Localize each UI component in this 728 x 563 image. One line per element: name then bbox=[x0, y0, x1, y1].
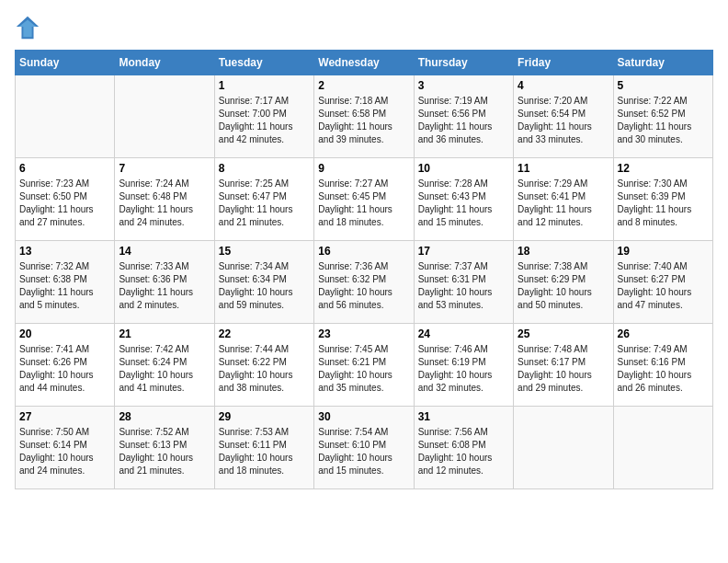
calendar-cell: 1Sunrise: 7:17 AM Sunset: 7:00 PM Daylig… bbox=[214, 75, 313, 158]
calendar-cell: 30Sunrise: 7:54 AM Sunset: 6:10 PM Dayli… bbox=[314, 407, 414, 489]
day-number: 21 bbox=[119, 327, 210, 340]
day-info: Sunrise: 7:44 AM Sunset: 6:22 PM Dayligh… bbox=[219, 343, 310, 395]
calendar-cell: 11Sunrise: 7:29 AM Sunset: 6:41 PM Dayli… bbox=[514, 158, 613, 241]
day-number: 28 bbox=[119, 410, 210, 423]
day-number: 19 bbox=[618, 245, 709, 258]
calendar-cell: 3Sunrise: 7:19 AM Sunset: 6:56 PM Daylig… bbox=[414, 75, 513, 158]
day-number: 27 bbox=[19, 410, 110, 423]
day-info: Sunrise: 7:40 AM Sunset: 6:27 PM Dayligh… bbox=[618, 260, 709, 312]
day-info: Sunrise: 7:48 AM Sunset: 6:17 PM Dayligh… bbox=[518, 343, 609, 395]
day-number: 8 bbox=[219, 162, 310, 175]
calendar-cell: 21Sunrise: 7:42 AM Sunset: 6:24 PM Dayli… bbox=[115, 324, 214, 407]
day-number: 13 bbox=[19, 245, 110, 258]
day-number: 6 bbox=[19, 162, 110, 175]
day-number: 20 bbox=[19, 327, 110, 340]
day-info: Sunrise: 7:36 AM Sunset: 6:32 PM Dayligh… bbox=[318, 260, 409, 312]
day-info: Sunrise: 7:41 AM Sunset: 6:26 PM Dayligh… bbox=[19, 343, 110, 395]
calendar-cell: 12Sunrise: 7:30 AM Sunset: 6:39 PM Dayli… bbox=[613, 158, 712, 241]
day-number: 9 bbox=[318, 162, 409, 175]
calendar-cell: 24Sunrise: 7:46 AM Sunset: 6:19 PM Dayli… bbox=[414, 324, 513, 407]
day-number: 29 bbox=[219, 410, 310, 423]
day-info: Sunrise: 7:53 AM Sunset: 6:11 PM Dayligh… bbox=[219, 426, 310, 477]
calendar-cell: 10Sunrise: 7:28 AM Sunset: 6:43 PM Dayli… bbox=[414, 158, 513, 241]
calendar-cell: 4Sunrise: 7:20 AM Sunset: 6:54 PM Daylig… bbox=[514, 75, 613, 158]
day-number: 23 bbox=[318, 327, 409, 340]
day-header-friday: Friday bbox=[514, 51, 613, 75]
day-info: Sunrise: 7:37 AM Sunset: 6:31 PM Dayligh… bbox=[418, 260, 509, 312]
calendar-cell bbox=[16, 75, 115, 158]
calendar-cell: 18Sunrise: 7:38 AM Sunset: 6:29 PM Dayli… bbox=[514, 241, 613, 324]
logo bbox=[15, 15, 44, 40]
calendar-cell: 22Sunrise: 7:44 AM Sunset: 6:22 PM Dayli… bbox=[214, 324, 313, 407]
week-row-2: 6Sunrise: 7:23 AM Sunset: 6:50 PM Daylig… bbox=[16, 158, 713, 241]
day-info: Sunrise: 7:54 AM Sunset: 6:10 PM Dayligh… bbox=[318, 426, 409, 477]
day-number: 1 bbox=[219, 79, 310, 92]
day-info: Sunrise: 7:46 AM Sunset: 6:19 PM Dayligh… bbox=[418, 343, 509, 395]
day-info: Sunrise: 7:42 AM Sunset: 6:24 PM Dayligh… bbox=[119, 343, 210, 395]
calendar-cell: 2Sunrise: 7:18 AM Sunset: 6:58 PM Daylig… bbox=[314, 75, 414, 158]
calendar-cell: 29Sunrise: 7:53 AM Sunset: 6:11 PM Dayli… bbox=[214, 407, 313, 489]
calendar-cell bbox=[613, 407, 712, 489]
week-row-1: 1Sunrise: 7:17 AM Sunset: 7:00 PM Daylig… bbox=[16, 75, 713, 158]
day-number: 24 bbox=[418, 327, 509, 340]
calendar-cell: 15Sunrise: 7:34 AM Sunset: 6:34 PM Dayli… bbox=[214, 241, 313, 324]
day-info: Sunrise: 7:38 AM Sunset: 6:29 PM Dayligh… bbox=[518, 260, 609, 312]
calendar-cell: 27Sunrise: 7:50 AM Sunset: 6:14 PM Dayli… bbox=[16, 407, 115, 489]
day-number: 18 bbox=[518, 245, 609, 258]
day-number: 2 bbox=[318, 79, 409, 92]
calendar-cell: 7Sunrise: 7:24 AM Sunset: 6:48 PM Daylig… bbox=[115, 158, 214, 241]
day-info: Sunrise: 7:30 AM Sunset: 6:39 PM Dayligh… bbox=[618, 178, 709, 229]
calendar-cell bbox=[514, 407, 613, 489]
day-info: Sunrise: 7:20 AM Sunset: 6:54 PM Dayligh… bbox=[518, 95, 609, 146]
day-number: 26 bbox=[618, 327, 709, 340]
day-number: 16 bbox=[318, 245, 409, 258]
day-number: 31 bbox=[418, 410, 509, 423]
day-number: 4 bbox=[518, 79, 609, 92]
day-info: Sunrise: 7:18 AM Sunset: 6:58 PM Dayligh… bbox=[318, 95, 409, 146]
day-number: 22 bbox=[219, 327, 310, 340]
calendar-cell: 28Sunrise: 7:52 AM Sunset: 6:13 PM Dayli… bbox=[115, 407, 214, 489]
calendar-cell: 17Sunrise: 7:37 AM Sunset: 6:31 PM Dayli… bbox=[414, 241, 513, 324]
week-row-4: 20Sunrise: 7:41 AM Sunset: 6:26 PM Dayli… bbox=[16, 324, 713, 407]
calendar-cell: 16Sunrise: 7:36 AM Sunset: 6:32 PM Dayli… bbox=[314, 241, 414, 324]
day-info: Sunrise: 7:50 AM Sunset: 6:14 PM Dayligh… bbox=[19, 426, 110, 477]
day-number: 25 bbox=[518, 327, 609, 340]
day-number: 30 bbox=[318, 410, 409, 423]
day-info: Sunrise: 7:19 AM Sunset: 6:56 PM Dayligh… bbox=[418, 95, 509, 146]
day-number: 14 bbox=[119, 245, 210, 258]
day-info: Sunrise: 7:27 AM Sunset: 6:45 PM Dayligh… bbox=[318, 178, 409, 229]
day-number: 10 bbox=[418, 162, 509, 175]
week-row-5: 27Sunrise: 7:50 AM Sunset: 6:14 PM Dayli… bbox=[16, 407, 713, 489]
calendar-table: SundayMondayTuesdayWednesdayThursdayFrid… bbox=[15, 50, 713, 489]
logo-icon bbox=[15, 15, 40, 40]
day-header-monday: Monday bbox=[115, 51, 214, 75]
day-number: 7 bbox=[119, 162, 210, 175]
day-info: Sunrise: 7:28 AM Sunset: 6:43 PM Dayligh… bbox=[418, 178, 509, 229]
day-info: Sunrise: 7:33 AM Sunset: 6:36 PM Dayligh… bbox=[119, 260, 210, 312]
day-info: Sunrise: 7:29 AM Sunset: 6:41 PM Dayligh… bbox=[518, 178, 609, 229]
day-number: 11 bbox=[518, 162, 609, 175]
week-row-3: 13Sunrise: 7:32 AM Sunset: 6:38 PM Dayli… bbox=[16, 241, 713, 324]
calendar-body: 1Sunrise: 7:17 AM Sunset: 7:00 PM Daylig… bbox=[16, 75, 713, 489]
calendar-cell: 14Sunrise: 7:33 AM Sunset: 6:36 PM Dayli… bbox=[115, 241, 214, 324]
day-header-tuesday: Tuesday bbox=[214, 51, 313, 75]
day-info: Sunrise: 7:52 AM Sunset: 6:13 PM Dayligh… bbox=[119, 426, 210, 477]
calendar-cell: 26Sunrise: 7:49 AM Sunset: 6:16 PM Dayli… bbox=[613, 324, 712, 407]
day-number: 3 bbox=[418, 79, 509, 92]
calendar-cell: 20Sunrise: 7:41 AM Sunset: 6:26 PM Dayli… bbox=[16, 324, 115, 407]
calendar-cell: 23Sunrise: 7:45 AM Sunset: 6:21 PM Dayli… bbox=[314, 324, 414, 407]
day-info: Sunrise: 7:32 AM Sunset: 6:38 PM Dayligh… bbox=[19, 260, 110, 312]
calendar-cell bbox=[115, 75, 214, 158]
day-info: Sunrise: 7:34 AM Sunset: 6:34 PM Dayligh… bbox=[219, 260, 310, 312]
day-info: Sunrise: 7:56 AM Sunset: 6:08 PM Dayligh… bbox=[418, 426, 509, 477]
day-number: 15 bbox=[219, 245, 310, 258]
calendar-header: SundayMondayTuesdayWednesdayThursdayFrid… bbox=[16, 51, 713, 75]
calendar-cell: 5Sunrise: 7:22 AM Sunset: 6:52 PM Daylig… bbox=[613, 75, 712, 158]
day-header-wednesday: Wednesday bbox=[314, 51, 414, 75]
day-number: 12 bbox=[618, 162, 709, 175]
day-header-sunday: Sunday bbox=[16, 51, 115, 75]
day-number: 5 bbox=[618, 79, 709, 92]
calendar-cell: 31Sunrise: 7:56 AM Sunset: 6:08 PM Dayli… bbox=[414, 407, 513, 489]
calendar-cell: 8Sunrise: 7:25 AM Sunset: 6:47 PM Daylig… bbox=[214, 158, 313, 241]
day-header-thursday: Thursday bbox=[414, 51, 513, 75]
